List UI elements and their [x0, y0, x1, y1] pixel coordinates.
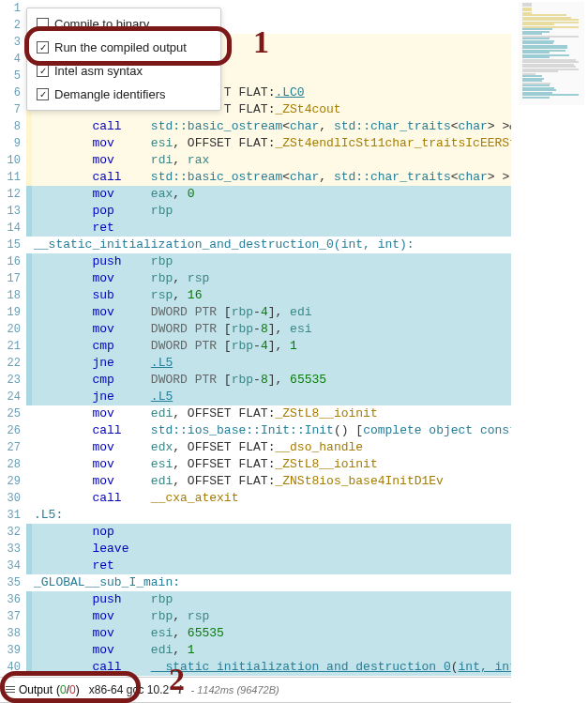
line-number: 16: [0, 253, 26, 270]
line-number: 12: [0, 186, 26, 203]
code-content: nop: [32, 524, 511, 541]
dropdown-item-3[interactable]: Demangle identifiers: [27, 83, 220, 106]
line-number: 20: [0, 321, 26, 338]
code-line[interactable]: 12 mov eax, 0: [0, 186, 511, 203]
code-content: mov edi, OFFSET FLAT:_ZNSt8ios_base4Init…: [32, 473, 511, 490]
output-button[interactable]: Output (0/0): [6, 683, 80, 696]
code-line[interactable]: 13 pop rbp: [0, 203, 511, 220]
code-line[interactable]: 24 jne .L5: [0, 389, 511, 405]
output-count-ok: 0: [60, 683, 67, 696]
annotation-number-1: 1: [253, 24, 269, 60]
code-line[interactable]: 17 mov rbp, rsp: [0, 270, 511, 287]
code-line[interactable]: 23 cmp DWORD PTR [rbp-8], 65535: [0, 372, 511, 389]
code-content: .L5:: [32, 507, 511, 524]
status-bar: Output (0/0) x86-64 gcc 10.2 i - 1142ms …: [0, 677, 511, 703]
code-content: mov rbp, rsp: [32, 270, 511, 287]
code-content: cmp DWORD PTR [rbp-8], 65535: [32, 372, 511, 389]
code-line[interactable]: 19 mov DWORD PTR [rbp-4], edi: [0, 304, 511, 321]
code-line[interactable]: 16 push rbp: [0, 253, 511, 270]
line-number: 19: [0, 304, 26, 321]
minimap[interactable]: [519, 2, 584, 105]
code-content: __static_initialization_and_destruction_…: [32, 237, 511, 253]
code-line[interactable]: 20 mov DWORD PTR [rbp-8], esi: [0, 321, 511, 338]
dropdown-item-0[interactable]: Compile to binary: [27, 12, 220, 36]
line-number: 3: [0, 34, 26, 51]
line-number: 2: [0, 17, 26, 34]
code-content: push rbp: [32, 591, 511, 608]
line-number: 29: [0, 473, 26, 490]
line-number: 5: [0, 68, 26, 84]
dropdown-item-2[interactable]: Intel asm syntax: [27, 59, 220, 83]
code-line[interactable]: 35_GLOBAL__sub_I_main:: [0, 574, 511, 591]
code-line[interactable]: 27 mov edx, OFFSET FLAT:__dso_handle: [0, 439, 511, 456]
code-content: mov esi, 65535: [32, 625, 511, 642]
code-content: ret: [32, 558, 511, 574]
code-line[interactable]: 29 mov edi, OFFSET FLAT:_ZNSt8ios_base4I…: [0, 473, 511, 490]
code-line[interactable]: 40 call __static_initialization_and_dest…: [0, 659, 511, 676]
code-content: mov DWORD PTR [rbp-8], esi: [32, 321, 511, 338]
code-line[interactable]: 39 mov edi, 1: [0, 642, 511, 659]
code-content: call std::ios_base::Init::Init() [comple…: [32, 422, 511, 439]
line-number: 21: [0, 338, 26, 355]
line-number: 31: [0, 507, 26, 524]
code-content: _GLOBAL__sub_I_main:: [32, 574, 511, 591]
code-line[interactable]: 8 call std::basic_ostream<char, std::cha…: [0, 118, 511, 135]
code-line[interactable]: 32 nop: [0, 524, 511, 541]
code-content: leave: [32, 541, 511, 558]
dropdown-item-label: Compile to binary: [54, 17, 149, 31]
checkbox-icon: [37, 41, 49, 53]
code-content: pop rbp: [32, 203, 511, 220]
line-number: 36: [0, 591, 26, 608]
code-line[interactable]: 37 mov rbp, rsp: [0, 608, 511, 625]
code-line[interactable]: 15__static_initialization_and_destructio…: [0, 237, 511, 253]
code-content: sub rsp, 16: [32, 287, 511, 304]
code-content: mov esi, OFFSET FLAT:_ZSt4endlIcSt11char…: [32, 135, 511, 152]
options-dropdown: Compile to binaryRun the compiled output…: [26, 8, 221, 111]
code-content: mov edx, OFFSET FLAT:__dso_handle: [32, 439, 511, 456]
code-line[interactable]: 10 mov rdi, rax: [0, 152, 511, 169]
line-number: 39: [0, 642, 26, 659]
code-line[interactable]: 30 call __cxa_atexit: [0, 490, 511, 507]
code-line[interactable]: 21 cmp DWORD PTR [rbp-4], 1: [0, 338, 511, 355]
line-number: 17: [0, 270, 26, 287]
line-number: 14: [0, 220, 26, 237]
timing-label: - 1142ms (96472B): [190, 684, 279, 695]
line-number: 34: [0, 558, 26, 574]
line-number: 26: [0, 422, 26, 439]
code-line[interactable]: 26 call std::ios_base::Init::Init() [com…: [0, 422, 511, 439]
checkbox-icon: [37, 88, 49, 100]
line-number: 15: [0, 237, 26, 253]
code-content: call __static_initialization_and_destruc…: [32, 659, 511, 676]
line-number: 23: [0, 372, 26, 389]
code-line[interactable]: 14 ret: [0, 220, 511, 237]
checkbox-icon: [37, 65, 49, 77]
code-line[interactable]: 18 sub rsp, 16: [0, 287, 511, 304]
dropdown-item-1[interactable]: Run the compiled output: [27, 36, 220, 59]
code-line[interactable]: 33 leave: [0, 541, 511, 558]
compiler-label[interactable]: x86-64 gcc 10.2: [89, 683, 169, 696]
output-label: Output: [19, 683, 53, 696]
code-line[interactable]: 11 call std::basic_ostream<char, std::ch…: [0, 169, 511, 186]
code-line[interactable]: 25 mov edi, OFFSET FLAT:_ZStL8__ioinit: [0, 405, 511, 422]
code-line[interactable]: 9 mov esi, OFFSET FLAT:_ZSt4endlIcSt11ch…: [0, 135, 511, 152]
line-number: 30: [0, 490, 26, 507]
code-line[interactable]: 34 ret: [0, 558, 511, 574]
line-number: 10: [0, 152, 26, 169]
code-content: call __cxa_atexit: [32, 490, 511, 507]
code-content: call std::basic_ostream<char, std::char_…: [32, 118, 511, 135]
line-number: 28: [0, 456, 26, 473]
line-number: 27: [0, 439, 26, 456]
code-line[interactable]: 31.L5:: [0, 507, 511, 524]
code-line[interactable]: 36 push rbp: [0, 591, 511, 608]
line-number: 6: [0, 84, 26, 101]
dropdown-item-label: Run the compiled output: [54, 40, 187, 54]
code-line[interactable]: 38 mov esi, 65535: [0, 625, 511, 642]
line-number: 24: [0, 389, 26, 405]
code-line[interactable]: 22 jne .L5: [0, 355, 511, 372]
code-line[interactable]: 28 mov esi, OFFSET FLAT:_ZStL8__ioinit: [0, 456, 511, 473]
line-number: 13: [0, 203, 26, 220]
code-content: mov rbp, rsp: [32, 608, 511, 625]
line-number: 22: [0, 355, 26, 372]
line-number: 35: [0, 574, 26, 591]
code-content: jne .L5: [32, 389, 511, 405]
